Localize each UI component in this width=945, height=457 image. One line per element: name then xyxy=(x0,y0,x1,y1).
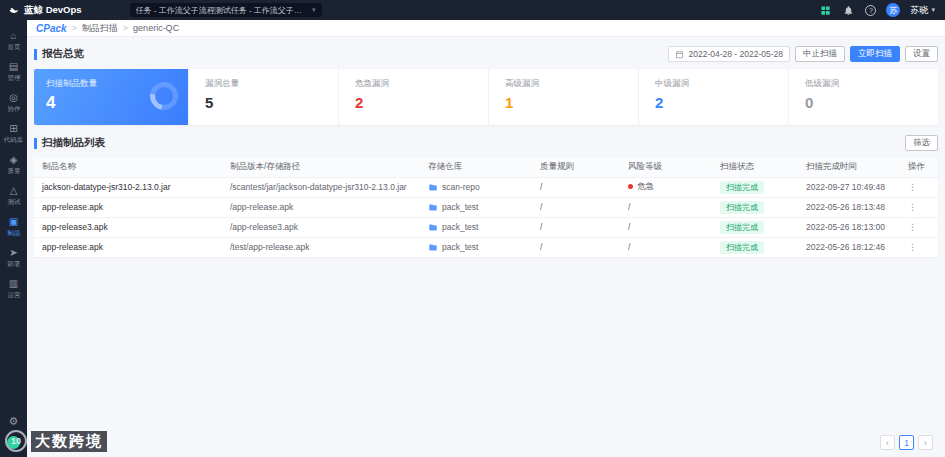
stat-card-value: 2 xyxy=(355,94,472,111)
stat-card-low-vulns[interactable]: 低级漏洞 0 xyxy=(788,69,938,125)
repo-cell: pack_test xyxy=(428,218,524,237)
task-selector[interactable]: 任务 - 工作流父子流程测试任务 - 工作流父子流程演... ▾ xyxy=(130,3,322,17)
sidebar-item-code-repo[interactable]: ⊞ 代码库 xyxy=(0,119,27,150)
list-controls: 筛选 xyxy=(905,135,938,151)
artifact-name[interactable]: app-release3.apk xyxy=(34,217,222,237)
help-avatar-icon[interactable] xyxy=(7,436,20,449)
artifact-path: /test/app-release.apk xyxy=(222,237,420,257)
pagination: ‹ 1 › xyxy=(880,435,933,450)
sidebar-item-artifact[interactable]: ▣ 制品 xyxy=(0,212,27,243)
artifact-name[interactable]: app-release.apk xyxy=(34,197,222,217)
deploy-icon: ➤ xyxy=(9,248,17,258)
artifact-table-container: 制品名称 制品版本/存储路径 存储仓库 质量规则 风险等级 扫描状态 扫描完成时… xyxy=(34,158,938,257)
settings-button[interactable]: 设置 xyxy=(905,46,938,62)
sidebar-item-deploy[interactable]: ➤ 部署 xyxy=(0,243,27,274)
gear-icon[interactable]: ⚙ xyxy=(9,415,19,428)
table-row: app-release3.apk /app-release3.apk pack_… xyxy=(34,217,938,237)
quality-icon: ◈ xyxy=(10,155,18,165)
table-row: app-release.apk /app-release.apk pack_te… xyxy=(34,197,938,217)
more-actions-icon[interactable]: ⋮ xyxy=(908,242,917,252)
artifact-table: 制品名称 制品版本/存储路径 存储仓库 质量规则 风险等级 扫描状态 扫描完成时… xyxy=(34,158,938,257)
home-icon: ⌂ xyxy=(10,31,16,41)
list-title-wrap: 扫描制品列表 xyxy=(34,136,105,150)
artifact-name[interactable]: app-release.apk xyxy=(34,237,222,257)
breadcrumb-item-scan[interactable]: 制品扫描 xyxy=(82,22,118,35)
stat-card-value: 0 xyxy=(805,94,922,111)
col-artifact-name: 制品名称 xyxy=(34,158,222,177)
overview-title-wrap: 报告总览 xyxy=(34,47,84,61)
repo-cell: pack_test xyxy=(428,198,524,217)
task-selector-value: 任务 - 工作流父子流程测试任务 - 工作流父子流程演... xyxy=(136,5,308,16)
sidebar-item-collaborate[interactable]: ◎ 协作 xyxy=(0,88,27,119)
test-icon: △ xyxy=(10,186,18,196)
risk-level-cell: 危急 xyxy=(620,177,712,197)
user-avatar[interactable]: 苏 xyxy=(886,3,900,17)
sidebar-item-home[interactable]: ⌂ 首页 xyxy=(0,26,27,57)
sidebar-item-test[interactable]: △ 测试 xyxy=(0,181,27,212)
filter-button[interactable]: 筛选 xyxy=(905,135,938,151)
status-badge: 扫描完成 xyxy=(720,181,764,194)
scan-now-button[interactable]: 立即扫描 xyxy=(850,46,900,62)
risk-level: / xyxy=(620,197,712,217)
artifact-path: /app-release.apk xyxy=(222,197,420,217)
date-range-value: 2022-04-28 - 2022-05-28 xyxy=(688,49,783,59)
apps-icon[interactable] xyxy=(819,4,832,17)
user-menu[interactable]: 苏晓 ▾ xyxy=(910,4,935,17)
page-body: 报告总览 2022-04-28 - 2022-05-28 中止扫描 立即扫描 设… xyxy=(27,37,945,257)
sidebar-item-label: 质量 xyxy=(7,167,20,174)
collaborate-icon: ◎ xyxy=(9,93,18,103)
breadcrumb-separator: > xyxy=(72,23,77,33)
sidebar-item-label: 协作 xyxy=(7,105,20,112)
risk-dot-icon xyxy=(628,184,633,189)
sidebar-item-manage[interactable]: ▤ 管理 xyxy=(0,57,27,88)
stat-card-high-vulns[interactable]: 高级漏洞 1 xyxy=(488,69,638,125)
page-number[interactable]: 1 xyxy=(899,435,914,450)
operate-icon: ▥ xyxy=(9,279,18,289)
section-accent-bar xyxy=(34,138,37,149)
repo-cell: pack_test xyxy=(428,238,524,257)
col-finish-time: 扫描完成时间 xyxy=(798,158,900,177)
more-actions-icon[interactable]: ⋮ xyxy=(908,182,917,192)
risk-level: 危急 xyxy=(637,181,654,191)
quality-rule: / xyxy=(532,197,620,217)
col-repo: 存储仓库 xyxy=(420,158,532,177)
prev-page-button[interactable]: ‹ xyxy=(880,435,895,450)
quality-rule: / xyxy=(532,217,620,237)
app-logo: 蓝鲸 DevOps xyxy=(8,4,82,17)
blueking-logo-icon xyxy=(8,4,20,16)
finish-time: 2022-05-26 18:13:00 xyxy=(798,217,900,237)
folder-icon xyxy=(428,183,438,192)
artifact-name[interactable]: jackson-datatype-jsr310-2.13.0.jar xyxy=(34,177,222,197)
stat-card-label: 低级漏洞 xyxy=(805,78,922,90)
breadcrumb-item-plan[interactable]: generic-QC xyxy=(133,23,179,33)
bell-icon[interactable] xyxy=(842,4,855,17)
stat-card-scanned-count[interactable]: 扫描制品数量 4 xyxy=(34,69,188,125)
sidebar-item-quality[interactable]: ◈ 质量 xyxy=(0,150,27,181)
manage-icon: ▤ xyxy=(9,62,18,72)
help-icon[interactable]: ? xyxy=(865,5,876,16)
breadcrumb-app-cpack[interactable]: CPack xyxy=(36,23,67,34)
stat-card-value: 5 xyxy=(205,94,322,111)
stat-card-label: 危急漏洞 xyxy=(355,78,472,90)
next-page-button[interactable]: › xyxy=(918,435,933,450)
col-path: 制品版本/存储路径 xyxy=(222,158,420,177)
repo-name: scan-repo xyxy=(442,182,480,192)
breadcrumb: CPack > 制品扫描 > generic-QC xyxy=(27,20,945,37)
more-actions-icon[interactable]: ⋮ xyxy=(908,222,917,232)
stat-card-value: 1 xyxy=(505,94,622,111)
repo-name: pack_test xyxy=(442,222,478,232)
risk-level: / xyxy=(620,237,712,257)
sidebar-item-operate[interactable]: ▥ 运营 xyxy=(0,274,27,305)
stat-card-medium-vulns[interactable]: 中级漏洞 2 xyxy=(638,69,788,125)
stop-scan-button[interactable]: 中止扫描 xyxy=(795,46,845,62)
folder-icon xyxy=(428,223,438,232)
overview-cards: 扫描制品数量 4 漏洞总量 5 危急漏洞 2 高级漏洞 1 中级漏洞 xyxy=(34,69,938,125)
repo-cell: scan-repo xyxy=(428,178,524,197)
table-row: jackson-datatype-jsr310-2.13.0.jar /scan… xyxy=(34,177,938,197)
artifact-path: /scantest/jar/jackson-datatype-jsr310-2.… xyxy=(222,177,420,197)
stat-card-critical-vulns[interactable]: 危急漏洞 2 xyxy=(338,69,488,125)
calendar-icon xyxy=(675,50,684,59)
more-actions-icon[interactable]: ⋮ xyxy=(908,202,917,212)
date-range-picker[interactable]: 2022-04-28 - 2022-05-28 xyxy=(668,46,790,62)
stat-card-total-vulns[interactable]: 漏洞总量 5 xyxy=(188,69,338,125)
